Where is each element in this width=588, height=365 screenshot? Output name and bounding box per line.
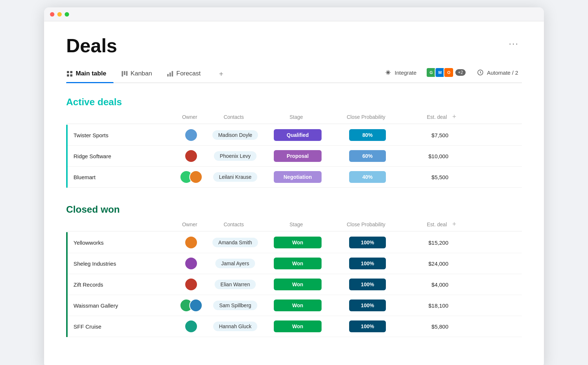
prob-cell[interactable]: 80% xyxy=(331,129,404,141)
svg-rect-9 xyxy=(172,71,173,77)
prob-cell[interactable]: 100% xyxy=(331,237,404,248)
owner-cell xyxy=(176,320,206,333)
prob-cell[interactable]: 40% xyxy=(331,171,404,183)
won-table: YellowworksAmanda SmithWon100%$15,200She… xyxy=(66,232,522,337)
active-deals-title: Active deals xyxy=(66,96,122,108)
more-button[interactable]: ··· xyxy=(506,36,522,52)
closed-won-section: Closed won Owner Contacts Stage Close Pr… xyxy=(66,204,522,337)
contacts-cell[interactable]: Jamal Ayers xyxy=(206,259,265,268)
stage-cell[interactable]: Won xyxy=(265,258,331,269)
stage-cell[interactable]: Won xyxy=(265,320,331,332)
col-add-button[interactable]: + xyxy=(447,113,462,121)
close-icon[interactable] xyxy=(50,12,54,17)
contacts-cell[interactable]: Madison Doyle xyxy=(206,130,265,140)
table-row[interactable]: SFF CruiseHannah GluckWon100%$5,800 xyxy=(68,316,522,337)
main-content: Deals ··· Main table Kanban Fore xyxy=(44,21,544,365)
stage-cell[interactable]: Proposal xyxy=(265,150,331,162)
owner-cell xyxy=(176,278,206,291)
stage-cell[interactable]: Qualified xyxy=(265,129,331,141)
automate-label: Automate / 2 xyxy=(487,70,518,76)
integration-other-icon: O xyxy=(444,67,454,78)
est-deal-cell: $7,500 xyxy=(404,132,448,138)
chart-icon xyxy=(167,70,173,77)
owner-cell xyxy=(176,170,206,184)
won-columns: Owner Contacts Stage Close Probability E… xyxy=(66,220,522,231)
won-col-contacts-header: Contacts xyxy=(204,222,263,227)
maximize-icon[interactable] xyxy=(65,12,69,17)
won-col-add-button[interactable]: + xyxy=(447,220,462,228)
contacts-cell[interactable]: Leilani Krause xyxy=(206,172,265,182)
prob-cell[interactable]: 100% xyxy=(331,320,404,332)
integrate-label: Integrate xyxy=(395,70,416,76)
automate-button[interactable]: Automate / 2 xyxy=(473,67,522,78)
tab-forecast-label: Forecast xyxy=(176,70,201,77)
won-col-est-header: Est. deal xyxy=(403,222,447,227)
svg-rect-4 xyxy=(122,71,123,77)
contacts-cell[interactable]: Amanda Smith xyxy=(206,238,265,247)
app-window: Deals ··· Main table Kanban Fore xyxy=(44,7,544,365)
tab-kanban[interactable]: Kanban xyxy=(121,65,159,82)
page-title: Deals xyxy=(66,36,117,55)
header: Deals ··· xyxy=(66,36,522,55)
stage-cell[interactable]: Won xyxy=(265,300,331,311)
prob-cell[interactable]: 100% xyxy=(331,300,404,311)
won-col-owner-header: Owner xyxy=(175,222,204,227)
active-deals-header: Active deals xyxy=(66,96,522,108)
owner-cell xyxy=(176,236,206,249)
table-row[interactable]: Waissman GallerySam SpillbergWon100%$18,… xyxy=(68,295,522,316)
tab-forecast[interactable]: Forecast xyxy=(167,65,208,82)
est-deal-cell: $10,000 xyxy=(404,153,448,159)
deal-name: Sheleg Industries xyxy=(74,261,176,267)
svg-rect-3 xyxy=(70,74,72,77)
tab-main-table[interactable]: Main table xyxy=(66,65,114,82)
svg-rect-8 xyxy=(169,72,171,77)
integrations-avatars: G M O +2 xyxy=(427,67,466,78)
integrate-button[interactable]: Integrate xyxy=(381,67,420,78)
svg-rect-5 xyxy=(124,71,125,75)
owner-cell xyxy=(176,257,206,270)
table-icon xyxy=(66,70,73,77)
deal-name: Bluemart xyxy=(74,174,176,180)
est-deal-cell: $5,800 xyxy=(404,323,448,330)
deal-name: Twister Sports xyxy=(74,132,176,138)
svg-rect-2 xyxy=(67,74,69,77)
tab-add-button[interactable]: + xyxy=(215,70,227,78)
deal-name: SFF Cruise xyxy=(74,323,176,330)
prob-cell[interactable]: 100% xyxy=(331,258,404,269)
stage-cell[interactable]: Won xyxy=(265,237,331,248)
won-col-prob-header: Close Probability xyxy=(329,222,403,227)
table-row[interactable]: Twister SportsMadison DoyleQualified80%$… xyxy=(68,125,522,146)
table-row[interactable]: YellowworksAmanda SmithWon100%$15,200 xyxy=(68,232,522,253)
prob-cell[interactable]: 100% xyxy=(331,279,404,290)
est-deal-cell: $24,000 xyxy=(404,261,448,267)
table-row[interactable]: Zift RecordsElian WarrenWon100%$4,000 xyxy=(68,274,522,295)
contacts-cell[interactable]: Elian Warren xyxy=(206,280,265,289)
prob-cell[interactable]: 60% xyxy=(331,150,404,162)
stage-cell[interactable]: Negotiation xyxy=(265,171,331,183)
table-row[interactable]: Sheleg IndustriesJamal AyersWon100%$24,0… xyxy=(68,253,522,274)
col-prob-header: Close Probability xyxy=(329,114,403,120)
est-deal-cell: $4,000 xyxy=(404,281,448,288)
tab-actions: Integrate G M O +2 Automate / 2 xyxy=(381,67,522,81)
table-row[interactable]: Ridge SoftwarePhoenix LevyProposal60%$10… xyxy=(68,146,522,167)
col-owner-header: Owner xyxy=(175,114,204,120)
est-deal-cell: $18,100 xyxy=(404,302,448,309)
active-deals-table: Twister SportsMadison DoyleQualified80%$… xyxy=(66,125,522,188)
integrate-icon xyxy=(384,69,392,76)
col-est-header: Est. deal xyxy=(403,114,447,120)
col-contacts-header: Contacts xyxy=(204,114,263,120)
table-row[interactable]: BluemartLeilani KrauseNegotiation40%$5,5… xyxy=(68,167,522,188)
est-deal-cell: $5,500 xyxy=(404,174,448,180)
svg-rect-1 xyxy=(70,71,72,73)
active-deals-section: Active deals Owner Contacts Stage Close … xyxy=(66,96,522,188)
svg-rect-7 xyxy=(167,74,169,77)
contacts-cell[interactable]: Sam Spillberg xyxy=(206,301,265,310)
est-deal-cell: $15,200 xyxy=(404,240,448,246)
minimize-icon[interactable] xyxy=(57,12,62,17)
svg-rect-6 xyxy=(126,71,128,76)
contacts-cell[interactable]: Phoenix Levy xyxy=(206,151,265,161)
deal-name: Zift Records xyxy=(74,281,176,288)
contacts-cell[interactable]: Hannah Gluck xyxy=(206,322,265,331)
stage-cell[interactable]: Won xyxy=(265,279,331,290)
titlebar xyxy=(44,7,544,21)
